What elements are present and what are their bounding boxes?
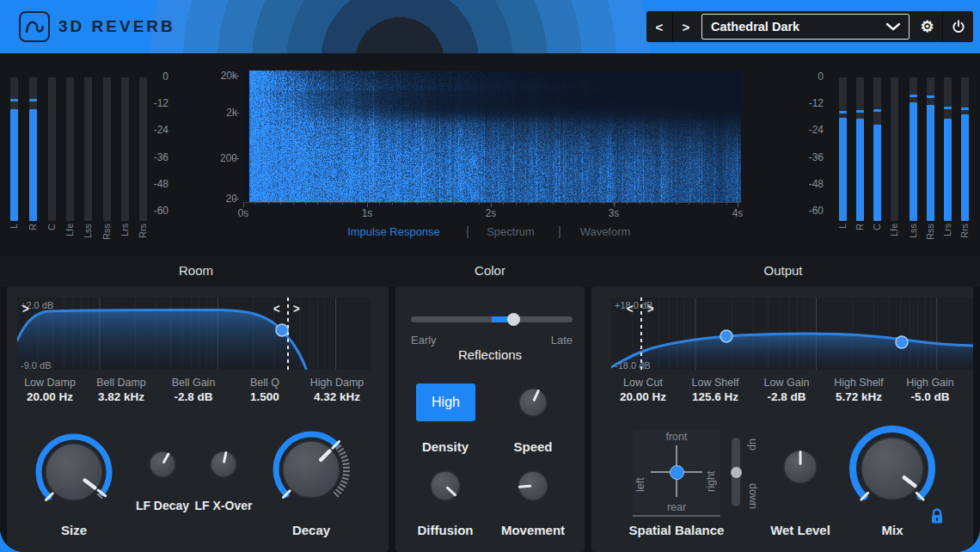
room-param-value-4[interactable]: 4.32 kHz xyxy=(290,390,384,403)
time-tick-minor xyxy=(317,202,318,205)
reflections-max-label: Late xyxy=(521,334,573,347)
eq-node[interactable] xyxy=(896,336,908,348)
time-tick-minor xyxy=(578,202,579,205)
channel-label-left-Rss: Rss xyxy=(101,224,113,255)
speed-knob-label: Speed xyxy=(473,439,593,454)
preset-name: Cathedral Dark xyxy=(711,20,799,34)
time-tick-minor xyxy=(243,202,244,205)
lf-xover-knob-label: LF X-Over xyxy=(163,499,284,512)
meter-track-left-Lrs xyxy=(121,77,129,221)
density-high-button[interactable]: High xyxy=(416,383,475,421)
meter-scale-right-0: 0 xyxy=(794,71,824,83)
freq-tick-dash xyxy=(232,76,239,77)
room-highdamp-handle-right-icon[interactable]: > xyxy=(293,301,300,316)
pad-rear-label: rear xyxy=(642,501,711,513)
reflections-label: Reflections xyxy=(421,347,559,362)
time-tick-minor xyxy=(367,202,368,205)
time-tick-minor xyxy=(714,202,714,205)
time-tick-minor xyxy=(677,202,677,205)
meter-peak-right-Rss xyxy=(927,95,934,98)
meter-scale-left--12: -12 xyxy=(139,97,168,109)
preset-selector[interactable]: Cathedral Dark xyxy=(701,14,910,40)
time-tick-minor xyxy=(392,202,393,205)
power-icon[interactable] xyxy=(943,11,973,42)
time-tick-minor xyxy=(665,202,665,205)
movement-knob-label: Movement xyxy=(473,523,593,537)
meter-fill-left-L xyxy=(10,109,18,221)
tab-waveform[interactable]: Waveform xyxy=(571,225,640,238)
time-tick-3s: 3s xyxy=(601,207,627,219)
channel-label-left-Lfe: Lfe xyxy=(64,224,77,255)
lf-decay-knob[interactable] xyxy=(144,446,181,482)
pad-right-label: right xyxy=(705,454,717,492)
time-tick-minor xyxy=(553,202,554,205)
time-tick-minor xyxy=(441,202,442,205)
meter-peak-right-Rrs xyxy=(961,107,969,110)
output-param-value-4[interactable]: -5.0 dB xyxy=(883,390,977,403)
chevron-down-icon xyxy=(885,22,901,31)
output-section-title: Output xyxy=(714,263,852,278)
gear-icon[interactable]: ⚙ xyxy=(912,11,942,42)
reflections-min-label: Early xyxy=(411,334,437,347)
time-tick-minor xyxy=(404,202,405,205)
size-knob-label: Size xyxy=(14,523,134,537)
meter-scale-left--36: -36 xyxy=(139,151,168,163)
preset-prev-button[interactable]: < xyxy=(646,11,672,42)
channel-label-left-Rrs: Rrs xyxy=(138,224,150,255)
meter-fill-right-Rss xyxy=(927,105,934,222)
meter-fill-right-L xyxy=(839,118,847,221)
channel-label-left-R: R xyxy=(28,224,40,255)
channel-label-right-R: R xyxy=(854,224,867,255)
wet-level-knob[interactable] xyxy=(779,445,822,488)
room-lowdamp-handle-icon[interactable]: > xyxy=(22,301,29,316)
tab-impulse-response[interactable]: Impulse Response xyxy=(342,225,445,238)
meter-peak-left-R xyxy=(29,99,37,101)
speed-knob[interactable] xyxy=(514,383,552,421)
meter-fill-right-Lrs xyxy=(944,119,952,221)
time-tick-major xyxy=(738,202,738,207)
freq-tick-dash xyxy=(232,199,239,199)
meter-scale-right--60: -60 xyxy=(794,205,824,217)
output-eq-min-label: -18.0 dB xyxy=(615,360,651,371)
time-tick-minor xyxy=(689,202,689,205)
spatial-balance-handle[interactable] xyxy=(670,465,684,480)
elevation-slider-thumb[interactable] xyxy=(731,467,742,478)
decay-knob[interactable] xyxy=(267,426,355,513)
mix-knob[interactable] xyxy=(844,420,940,517)
header-bar: 3D REVERB < > Cathedral Dark ⚙ xyxy=(0,0,980,53)
app-title: 3D REVERB xyxy=(58,17,175,36)
time-tick-minor xyxy=(429,202,430,205)
eq-node[interactable] xyxy=(720,330,732,342)
time-tick-minor xyxy=(454,202,455,205)
time-tick-minor xyxy=(565,202,566,205)
movement-knob[interactable] xyxy=(513,466,553,506)
output-lowcut-handle-right-icon[interactable]: > xyxy=(647,301,654,316)
eq-node[interactable] xyxy=(276,324,288,336)
room-eq-min-label: -9.0 dB xyxy=(21,360,51,371)
output-eq-display[interactable] xyxy=(611,297,973,370)
tab-spectrum[interactable]: Spectrum xyxy=(476,225,545,238)
time-tick-minor xyxy=(627,202,628,205)
time-tick-2s: 2s xyxy=(478,207,504,219)
meter-peak-right-L xyxy=(839,111,847,113)
channel-label-left-C: C xyxy=(46,224,58,255)
channel-label-left-Lss: Lss xyxy=(83,224,95,255)
diffusion-knob[interactable] xyxy=(426,466,465,506)
output-lowcut-handle-left-icon[interactable]: < xyxy=(627,301,634,316)
lf-xover-knob[interactable] xyxy=(205,446,242,482)
time-tick-minor xyxy=(503,202,504,205)
room-damping-eq-display[interactable] xyxy=(17,297,371,370)
meter-peak-right-R xyxy=(856,110,864,113)
channel-label-right-Rrs: Rrs xyxy=(959,224,971,255)
time-tick-minor xyxy=(342,202,343,205)
meter-scale-right--48: -48 xyxy=(794,178,824,190)
meter-fill-right-R xyxy=(856,119,864,221)
meter-track-right-Lfe xyxy=(891,77,898,221)
preset-next-button[interactable]: > xyxy=(673,11,699,42)
meter-track-left-C xyxy=(48,77,56,221)
meter-peak-right-Lrs xyxy=(944,107,952,109)
time-tick-minor xyxy=(615,202,616,205)
meter-scale-left--48: -48 xyxy=(139,178,168,190)
room-highdamp-handle-left-icon[interactable]: < xyxy=(273,301,280,316)
meter-peak-left-L xyxy=(10,99,18,101)
